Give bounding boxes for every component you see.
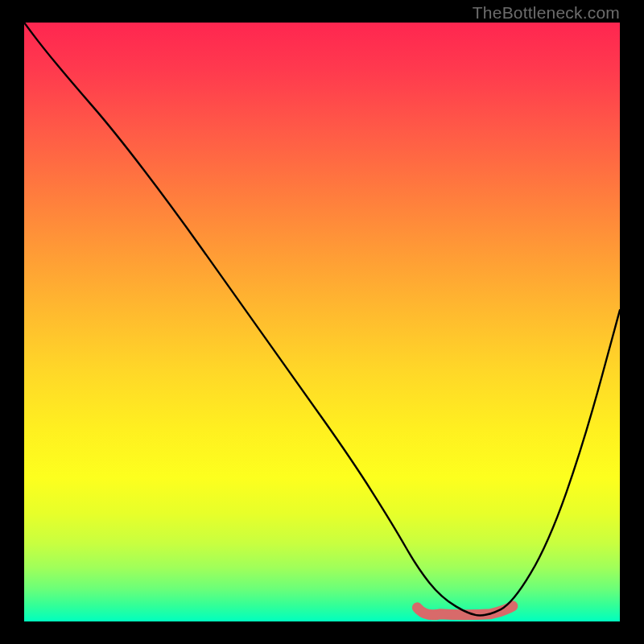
bottleneck-curve-path — [24, 23, 620, 616]
chart-svg — [24, 23, 620, 621]
plot-area — [24, 23, 620, 621]
watermark-text: TheBottleneck.com — [473, 3, 620, 23]
chart-stage: TheBottleneck.com — [0, 0, 644, 644]
